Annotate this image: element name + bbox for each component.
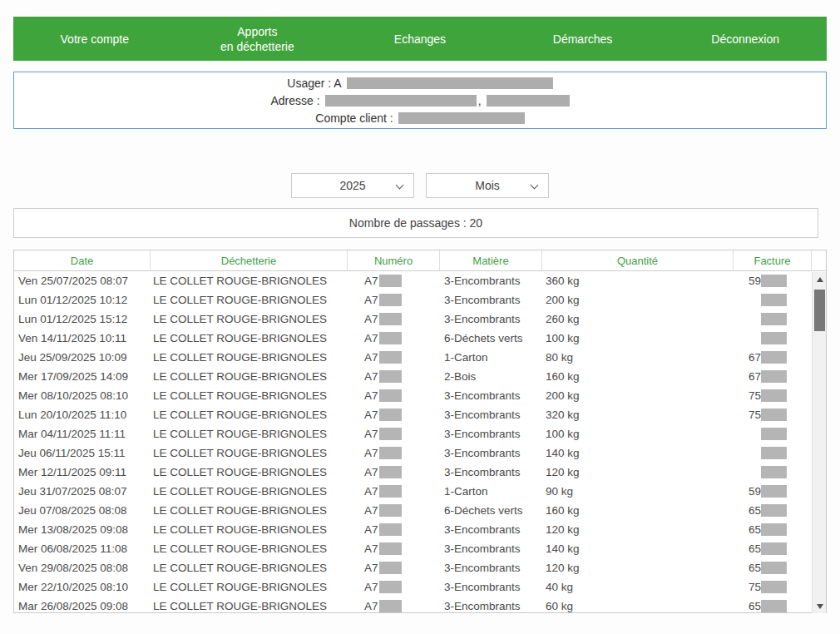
cell-facture: 65: [734, 542, 812, 555]
cell-dechetterie: LE COLLET ROUGE-BRIGNOLES: [151, 466, 348, 478]
cell-date: Ven 14/11/2025 10:11: [14, 332, 151, 344]
nav-item-echanges[interactable]: Echanges: [338, 32, 502, 47]
chevron-down-icon: [396, 181, 404, 190]
cell-date: Jeu 07/08/2025 08:08: [14, 504, 151, 517]
table-row: Ven 25/07/2025 08:07 LE COLLET ROUGE-BRI…: [14, 271, 812, 290]
nav-item-demarches[interactable]: Démarches: [502, 32, 665, 47]
table-scrollbar[interactable]: [812, 272, 826, 613]
cell-numero: A7: [348, 581, 440, 593]
numero-prefix: A7: [364, 466, 378, 478]
redaction-box: [761, 370, 787, 383]
cell-quantite: 120 kg: [542, 466, 734, 478]
cell-dechetterie: LE COLLET ROUGE-BRIGNOLES: [151, 313, 348, 325]
numero-prefix: A7: [364, 600, 378, 612]
redaction-box: [379, 466, 402, 478]
facture-prefix: 67: [749, 370, 761, 383]
cell-numero: A7: [348, 428, 440, 440]
cell-matiere: 1-Carton: [440, 485, 542, 498]
redaction-box: [379, 523, 402, 536]
cell-facture: 75: [734, 581, 812, 593]
cell-quantite: 120 kg: [542, 562, 734, 574]
redaction-box: [761, 351, 787, 364]
redaction-box: [379, 447, 402, 459]
cell-date: Mer 08/10/2025 08:10: [14, 389, 151, 402]
scrollbar-thumb[interactable]: [814, 290, 825, 331]
cell-dechetterie: LE COLLET ROUGE-BRIGNOLES: [151, 370, 348, 383]
redaction-box: [761, 313, 787, 325]
cell-facture: 67: [734, 351, 812, 364]
redaction-box: [761, 600, 787, 612]
table-row: Lun 20/10/2025 11:10 LE COLLET ROUGE-BRI…: [14, 405, 812, 424]
redaction-box: [761, 504, 787, 517]
redaction-box: [379, 409, 402, 421]
table-header: Date Déchetterie Numéro Matière Quantité…: [14, 250, 826, 271]
redaction-box: [761, 466, 787, 478]
cell-dechetterie: LE COLLET ROUGE-BRIGNOLES: [151, 332, 348, 344]
numero-prefix: A7: [364, 294, 378, 306]
redaction-box: [379, 485, 402, 498]
numero-prefix: A7: [364, 351, 378, 364]
cell-quantite: 80 kg: [542, 351, 734, 364]
year-select-value: 2025: [339, 179, 365, 192]
year-select[interactable]: 2025: [291, 173, 414, 198]
cell-date: Mer 22/10/2025 08:10: [14, 581, 151, 593]
cell-matiere: 2-Bois: [440, 370, 542, 383]
cell-date: Mer 06/08/2025 11:08: [14, 542, 151, 555]
redaction-box: [379, 332, 402, 344]
cell-numero: A7: [348, 485, 440, 498]
table-row: Mar 26/08/2025 09:08 LE COLLET ROUGE-BRI…: [14, 597, 812, 612]
header-spacer: [812, 250, 826, 270]
scroll-up-button[interactable]: [813, 272, 827, 286]
redaction-box: [379, 504, 402, 517]
facture-prefix: 65: [749, 504, 761, 517]
header-quantite: Quantité: [542, 250, 734, 270]
cell-quantite: 200 kg: [542, 294, 734, 306]
cell-numero: A7: [348, 332, 440, 344]
numero-prefix: A7: [364, 504, 378, 517]
cell-facture: [734, 313, 812, 325]
cell-date: Lun 01/12/2025 10:12: [14, 294, 151, 306]
table-row: Lun 01/12/2025 15:12 LE COLLET ROUGE-BRI…: [14, 310, 812, 329]
redaction-box: [379, 600, 402, 612]
adresse-label: Adresse :: [270, 94, 319, 107]
redaction-box: [487, 95, 570, 106]
redaction-box: [379, 389, 402, 402]
cell-dechetterie: LE COLLET ROUGE-BRIGNOLES: [151, 351, 348, 364]
redaction-box: [379, 313, 402, 325]
cell-date: Ven 25/07/2025 08:07: [14, 275, 151, 287]
nav-item-votre-compte[interactable]: Votre compte: [13, 32, 176, 47]
scroll-down-button[interactable]: [813, 599, 827, 613]
cell-matiere: 3-Encombrants: [440, 581, 542, 593]
cell-facture: 59: [734, 485, 812, 498]
compte-client-line: Compte client :: [14, 111, 826, 125]
nav-item-apports-dechetterie[interactable]: Apports en déchetterie: [176, 24, 339, 54]
cell-quantite: 320 kg: [542, 409, 734, 421]
redaction-box: [379, 581, 402, 593]
chevron-down-icon: [531, 181, 539, 190]
cell-numero: A7: [348, 447, 440, 459]
cell-facture: [734, 294, 812, 306]
cell-matiere: 3-Encombrants: [440, 447, 542, 459]
redaction-box: [379, 370, 402, 383]
cell-quantite: 120 kg: [542, 523, 734, 536]
cell-dechetterie: LE COLLET ROUGE-BRIGNOLES: [151, 523, 348, 536]
numero-prefix: A7: [364, 275, 378, 287]
cell-date: Mer 17/09/2025 14:09: [14, 370, 151, 383]
cell-date: Lun 01/12/2025 15:12: [14, 313, 151, 325]
numero-prefix: A7: [364, 370, 378, 383]
cell-quantite: 100 kg: [542, 332, 734, 344]
cell-quantite: 60 kg: [542, 600, 734, 612]
cell-dechetterie: LE COLLET ROUGE-BRIGNOLES: [151, 275, 348, 287]
passage-count-bar: Nombre de passages : 20: [13, 208, 818, 238]
passage-count-text: Nombre de passages : 20: [349, 216, 482, 230]
nav-item-deconnexion[interactable]: Déconnexion: [664, 32, 827, 47]
user-info-box: Usager : A Adresse : , Compte client :: [13, 72, 827, 129]
cell-matiere: 3-Encombrants: [440, 389, 542, 402]
usager-label: Usager : A: [287, 77, 341, 90]
page: Votre compte Apports en déchetterie Echa…: [0, 0, 840, 634]
numero-prefix: A7: [364, 447, 378, 459]
month-select[interactable]: Mois: [426, 173, 549, 198]
cell-quantite: 100 kg: [542, 428, 734, 440]
facture-prefix: 59: [749, 485, 761, 498]
facture-prefix: 75: [749, 409, 761, 421]
